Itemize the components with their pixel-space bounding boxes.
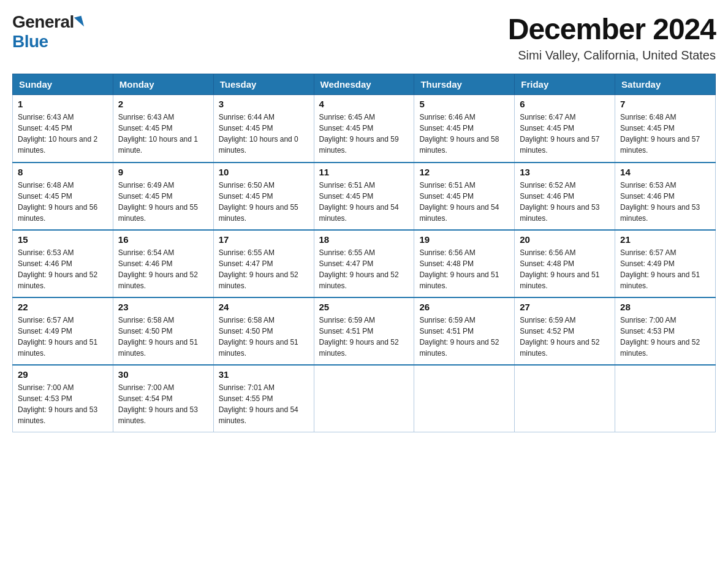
day-number: 21 — [620, 234, 710, 245]
day-number: 25 — [319, 302, 409, 312]
calendar-cell: 28Sunrise: 7:00 AMSunset: 4:53 PMDayligh… — [615, 297, 716, 365]
calendar-cell — [314, 365, 414, 432]
day-info: Sunrise: 6:54 AMSunset: 4:46 PMDaylight:… — [118, 247, 208, 291]
calendar-table: SundayMondayTuesdayWednesdayThursdayFrid… — [12, 74, 716, 432]
calendar-cell: 22Sunrise: 6:57 AMSunset: 4:49 PMDayligh… — [13, 297, 113, 365]
weekday-header-friday: Friday — [515, 74, 615, 95]
calendar-cell: 16Sunrise: 6:54 AMSunset: 4:46 PMDayligh… — [113, 230, 213, 297]
calendar-cell: 26Sunrise: 6:59 AMSunset: 4:51 PMDayligh… — [414, 297, 515, 365]
day-info: Sunrise: 7:00 AMSunset: 4:53 PMDaylight:… — [620, 315, 710, 359]
day-info: Sunrise: 6:51 AMSunset: 4:45 PMDaylight:… — [419, 180, 509, 224]
day-number: 16 — [118, 234, 208, 245]
calendar-cell: 30Sunrise: 7:00 AMSunset: 4:54 PMDayligh… — [113, 365, 213, 432]
calendar-cell: 18Sunrise: 6:55 AMSunset: 4:47 PMDayligh… — [314, 230, 414, 297]
day-info: Sunrise: 6:59 AMSunset: 4:51 PMDaylight:… — [419, 315, 509, 359]
calendar-cell: 2Sunrise: 6:43 AMSunset: 4:45 PMDaylight… — [113, 95, 213, 163]
weekday-header-row: SundayMondayTuesdayWednesdayThursdayFrid… — [13, 74, 716, 95]
calendar-cell: 7Sunrise: 6:48 AMSunset: 4:45 PMDaylight… — [615, 95, 716, 163]
day-number: 7 — [620, 99, 710, 109]
day-info: Sunrise: 6:57 AMSunset: 4:49 PMDaylight:… — [620, 247, 710, 291]
day-number: 20 — [520, 234, 610, 245]
day-number: 23 — [118, 302, 208, 312]
month-title: December 2024 — [508, 12, 716, 46]
day-info: Sunrise: 6:48 AMSunset: 4:45 PMDaylight:… — [620, 112, 710, 156]
calendar-cell: 3Sunrise: 6:44 AMSunset: 4:45 PMDaylight… — [213, 95, 314, 163]
calendar-cell: 17Sunrise: 6:55 AMSunset: 4:47 PMDayligh… — [213, 230, 314, 297]
calendar-cell: 14Sunrise: 6:53 AMSunset: 4:46 PMDayligh… — [615, 163, 716, 230]
day-number: 22 — [18, 302, 108, 312]
calendar-cell: 21Sunrise: 6:57 AMSunset: 4:49 PMDayligh… — [615, 230, 716, 297]
day-info: Sunrise: 6:45 AMSunset: 4:45 PMDaylight:… — [319, 112, 409, 156]
calendar-week-row: 22Sunrise: 6:57 AMSunset: 4:49 PMDayligh… — [13, 297, 716, 365]
calendar-cell — [615, 365, 716, 432]
calendar-cell: 8Sunrise: 6:48 AMSunset: 4:45 PMDaylight… — [13, 163, 113, 230]
calendar-cell: 10Sunrise: 6:50 AMSunset: 4:45 PMDayligh… — [213, 163, 314, 230]
day-number: 12 — [419, 167, 509, 177]
weekday-header-saturday: Saturday — [615, 74, 716, 95]
day-number: 30 — [118, 369, 208, 380]
weekday-header-wednesday: Wednesday — [314, 74, 414, 95]
logo-general-text: General — [12, 12, 74, 32]
weekday-header-tuesday: Tuesday — [213, 74, 314, 95]
day-info: Sunrise: 6:58 AMSunset: 4:50 PMDaylight:… — [219, 315, 309, 359]
calendar-cell: 1Sunrise: 6:43 AMSunset: 4:45 PMDaylight… — [13, 95, 113, 163]
calendar-cell — [414, 365, 515, 432]
calendar-cell: 15Sunrise: 6:53 AMSunset: 4:46 PMDayligh… — [13, 230, 113, 297]
day-number: 17 — [219, 234, 309, 245]
day-number: 10 — [219, 167, 309, 177]
calendar-cell: 31Sunrise: 7:01 AMSunset: 4:55 PMDayligh… — [213, 365, 314, 432]
calendar-cell: 25Sunrise: 6:59 AMSunset: 4:51 PMDayligh… — [314, 297, 414, 365]
logo: General Blue — [12, 12, 84, 52]
day-info: Sunrise: 6:49 AMSunset: 4:45 PMDaylight:… — [118, 180, 208, 224]
day-number: 4 — [319, 99, 409, 109]
page-header: General Blue December 2024 Simi Valley, … — [12, 12, 716, 63]
day-number: 1 — [18, 99, 108, 109]
day-info: Sunrise: 6:47 AMSunset: 4:45 PMDaylight:… — [520, 112, 610, 156]
logo-blue-text: Blue — [12, 32, 48, 52]
day-info: Sunrise: 6:43 AMSunset: 4:45 PMDaylight:… — [118, 112, 208, 156]
day-number: 31 — [219, 369, 309, 380]
calendar-cell: 12Sunrise: 6:51 AMSunset: 4:45 PMDayligh… — [414, 163, 515, 230]
location-text: Simi Valley, California, United States — [508, 48, 716, 63]
day-number: 3 — [219, 99, 309, 109]
calendar-week-row: 8Sunrise: 6:48 AMSunset: 4:45 PMDaylight… — [13, 163, 716, 230]
day-info: Sunrise: 6:46 AMSunset: 4:45 PMDaylight:… — [419, 112, 509, 156]
day-info: Sunrise: 6:43 AMSunset: 4:45 PMDaylight:… — [18, 112, 108, 156]
calendar-cell: 5Sunrise: 6:46 AMSunset: 4:45 PMDaylight… — [414, 95, 515, 163]
day-info: Sunrise: 7:01 AMSunset: 4:55 PMDaylight:… — [219, 382, 309, 426]
day-number: 5 — [419, 99, 509, 109]
calendar-cell: 20Sunrise: 6:56 AMSunset: 4:48 PMDayligh… — [515, 230, 615, 297]
day-info: Sunrise: 6:57 AMSunset: 4:49 PMDaylight:… — [18, 315, 108, 359]
day-number: 2 — [118, 99, 208, 109]
calendar-cell: 29Sunrise: 7:00 AMSunset: 4:53 PMDayligh… — [13, 365, 113, 432]
weekday-header-sunday: Sunday — [13, 74, 113, 95]
calendar-cell — [515, 365, 615, 432]
calendar-cell: 6Sunrise: 6:47 AMSunset: 4:45 PMDaylight… — [515, 95, 615, 163]
day-info: Sunrise: 6:55 AMSunset: 4:47 PMDaylight:… — [219, 247, 309, 291]
day-info: Sunrise: 7:00 AMSunset: 4:54 PMDaylight:… — [118, 382, 208, 426]
day-number: 28 — [620, 302, 710, 312]
day-info: Sunrise: 6:56 AMSunset: 4:48 PMDaylight:… — [419, 247, 509, 291]
title-section: December 2024 Simi Valley, California, U… — [508, 12, 716, 63]
day-number: 19 — [419, 234, 509, 245]
day-number: 27 — [520, 302, 610, 312]
day-info: Sunrise: 6:55 AMSunset: 4:47 PMDaylight:… — [319, 247, 409, 291]
day-info: Sunrise: 6:53 AMSunset: 4:46 PMDaylight:… — [620, 180, 710, 224]
calendar-week-row: 1Sunrise: 6:43 AMSunset: 4:45 PMDaylight… — [13, 95, 716, 163]
day-info: Sunrise: 6:58 AMSunset: 4:50 PMDaylight:… — [118, 315, 208, 359]
calendar-week-row: 15Sunrise: 6:53 AMSunset: 4:46 PMDayligh… — [13, 230, 716, 297]
day-info: Sunrise: 6:53 AMSunset: 4:46 PMDaylight:… — [18, 247, 108, 291]
day-info: Sunrise: 6:50 AMSunset: 4:45 PMDaylight:… — [219, 180, 309, 224]
calendar-cell: 19Sunrise: 6:56 AMSunset: 4:48 PMDayligh… — [414, 230, 515, 297]
day-info: Sunrise: 6:59 AMSunset: 4:51 PMDaylight:… — [319, 315, 409, 359]
calendar-cell: 23Sunrise: 6:58 AMSunset: 4:50 PMDayligh… — [113, 297, 213, 365]
day-number: 14 — [620, 167, 710, 177]
day-number: 29 — [18, 369, 108, 380]
logo-triangle-icon — [74, 16, 84, 28]
day-info: Sunrise: 6:52 AMSunset: 4:46 PMDaylight:… — [520, 180, 610, 224]
day-number: 9 — [118, 167, 208, 177]
day-number: 13 — [520, 167, 610, 177]
day-info: Sunrise: 6:48 AMSunset: 4:45 PMDaylight:… — [18, 180, 108, 224]
calendar-cell: 4Sunrise: 6:45 AMSunset: 4:45 PMDaylight… — [314, 95, 414, 163]
calendar-cell: 11Sunrise: 6:51 AMSunset: 4:45 PMDayligh… — [314, 163, 414, 230]
